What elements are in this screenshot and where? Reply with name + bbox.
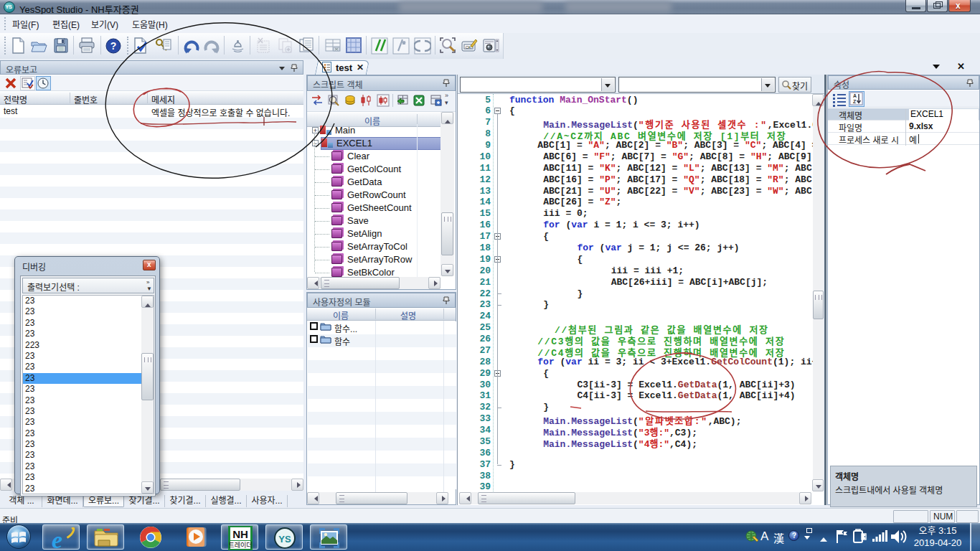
svg-text:NH: NH	[232, 528, 248, 540]
svg-text:트레이더: 트레이더	[228, 540, 252, 550]
svg-text:A: A	[853, 93, 857, 98]
svg-text:?: ?	[110, 40, 117, 52]
svg-text:YS: YS	[278, 534, 291, 545]
svg-text:e: e	[52, 527, 62, 551]
svg-text:Z: Z	[853, 99, 857, 104]
